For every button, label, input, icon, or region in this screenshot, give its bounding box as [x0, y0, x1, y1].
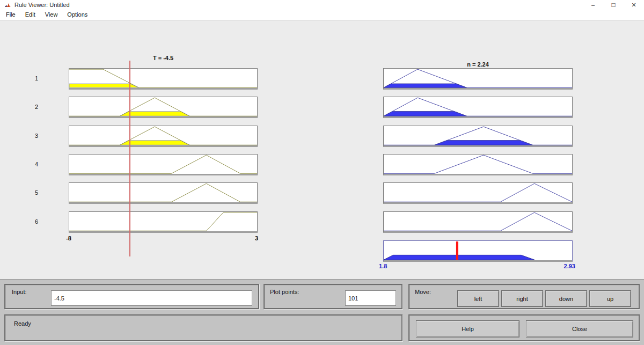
aggregate-output-plot — [383, 240, 573, 262]
input-variable-header: T = -4.5 — [69, 55, 258, 61]
input-frame: Input: — [4, 284, 259, 309]
output-mf-plot-rule-2 — [383, 97, 573, 118]
status-frame: Ready — [4, 314, 402, 341]
output-mf-plot-rule-5 — [383, 182, 573, 204]
input-axis-max-label: 3 — [250, 235, 263, 241]
input-label: Input: — [12, 289, 27, 295]
rule-number-3[interactable]: 3 — [30, 133, 43, 139]
minimize-icon[interactable]: – — [583, 0, 603, 10]
plot-points-label: Plot points: — [270, 289, 299, 295]
rule-number-4[interactable]: 4 — [30, 161, 43, 167]
help-close-frame: Help Close — [408, 314, 640, 341]
title-bar: Rule Viewer: Untitled – □ ✕ — [0, 0, 644, 10]
menu-edit[interactable]: Edit — [20, 10, 40, 20]
rule-number-6[interactable]: 6 — [30, 218, 43, 225]
move-frame: Move: leftrightdownup — [408, 284, 640, 309]
matlab-app-icon — [4, 2, 11, 9]
help-button[interactable]: Help — [416, 320, 519, 337]
move-label: Move: — [415, 289, 431, 295]
window-title: Rule Viewer: Untitled — [14, 1, 70, 9]
control-panel: Input: Plot points: Move: leftrightdownu… — [0, 279, 644, 345]
input-mf-plot-rule-2[interactable] — [69, 97, 258, 118]
input-value-cursor-line[interactable] — [129, 61, 130, 256]
rule-number-5[interactable]: 5 — [30, 189, 43, 196]
menu-options[interactable]: Options — [62, 10, 92, 20]
move-left-button[interactable]: left — [457, 290, 499, 307]
menu-view[interactable]: View — [40, 10, 63, 20]
output-mf-plot-rule-1 — [383, 68, 573, 90]
input-mf-plot-rule-3[interactable] — [69, 126, 258, 147]
output-mf-plot-rule-6 — [383, 211, 573, 233]
status-text: Ready — [14, 320, 31, 327]
close-button[interactable]: Close — [526, 320, 633, 337]
input-mf-plot-rule-6[interactable] — [69, 211, 258, 233]
close-icon[interactable]: ✕ — [624, 0, 644, 10]
rule-number-2[interactable]: 2 — [30, 104, 43, 110]
output-variable-header: n = 2.24 — [383, 61, 573, 68]
menu-bar: FileEditViewOptions — [0, 10, 644, 20]
input-value-field[interactable] — [51, 290, 252, 306]
output-mf-plot-rule-4 — [383, 154, 573, 175]
move-up-button[interactable]: up — [589, 290, 631, 307]
input-mf-plot-rule-5[interactable] — [69, 182, 258, 204]
maximize-icon[interactable]: □ — [603, 0, 624, 10]
output-axis-min-label: 1.8 — [379, 263, 395, 269]
output-axis-max-label: 2.93 — [558, 263, 575, 269]
menu-file[interactable]: File — [1, 10, 20, 20]
rule-viewer-canvas: T = -4.5 n = 2.24 -8 3 1.8 2.93 123456 — [0, 20, 644, 279]
rule-number-1[interactable]: 1 — [30, 75, 43, 82]
input-mf-plot-rule-4[interactable] — [69, 154, 258, 175]
output-mf-plot-rule-3 — [383, 126, 573, 147]
plot-points-field[interactable] — [345, 290, 396, 306]
input-mf-plot-rule-1[interactable] — [69, 68, 258, 90]
input-axis-min-label: -8 — [62, 235, 75, 241]
move-down-button[interactable]: down — [545, 290, 587, 307]
plot-points-frame: Plot points: — [264, 284, 402, 309]
move-right-button[interactable]: right — [501, 290, 543, 307]
